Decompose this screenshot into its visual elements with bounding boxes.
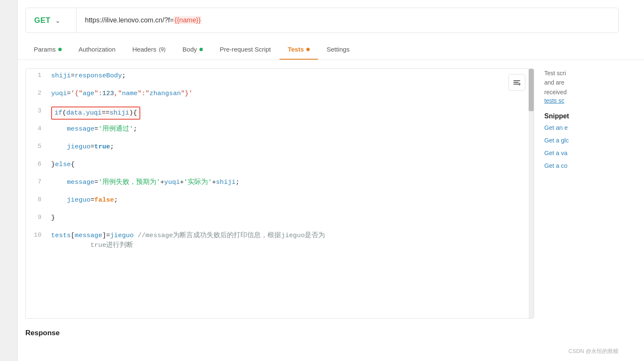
- code-format-button[interactable]: [508, 74, 525, 91]
- line-number-1: 1: [26, 71, 49, 79]
- table-row: 4 message='用例通过';: [26, 122, 534, 140]
- line-content-10: tests[message]=jieguo //message为断言成功失败后的…: [49, 231, 534, 251]
- tab-headers[interactable]: Headers (9): [124, 41, 174, 60]
- table-row: 5 jieguo=true;: [26, 140, 534, 158]
- scrollbar-thumb[interactable]: [529, 69, 534, 111]
- response-title: Response: [25, 329, 619, 337]
- tests-script-link[interactable]: tests sc: [544, 97, 564, 104]
- tab-body[interactable]: Body: [174, 41, 211, 60]
- tab-pre-request-script[interactable]: Pre-request Script: [211, 41, 279, 60]
- left-sidebar-strip: [0, 0, 18, 361]
- line-content-2: yuqi='{"age":123,"name":"zhangsan"}': [49, 89, 534, 98]
- right-panel-desc3: received: [544, 88, 619, 97]
- code-editor[interactable]: 1 shiji=responseBody; 2 yuqi='{"age":123…: [25, 68, 534, 319]
- method-selector[interactable]: GET ⌄: [26, 8, 76, 33]
- table-row: 7 message='用例失败，预期为'+yuqi+'实际为'+shiji;: [26, 175, 534, 193]
- line-number-3: 3: [26, 107, 49, 115]
- tab-tests[interactable]: Tests: [279, 41, 318, 60]
- url-template-var: {{name}}: [174, 16, 201, 24]
- line-content-3: if(data.yuqi==shiji){: [49, 107, 534, 120]
- line-number-5: 5: [26, 142, 49, 150]
- line-number-9: 9: [26, 213, 49, 221]
- url-input[interactable]: https://ilive.lenovo.com.cn/?f={{name}}: [76, 16, 618, 24]
- line-number-6: 6: [26, 160, 49, 168]
- line-content-1: shiji=responseBody;: [49, 71, 534, 81]
- table-row: 10 tests[message]=jieguo //message为断言成功失…: [26, 229, 534, 253]
- table-row: 3 if(data.yuqi==shiji){: [26, 104, 534, 122]
- tab-authorization[interactable]: Authorization: [70, 41, 124, 60]
- line-number-10: 10: [26, 231, 49, 239]
- format-icon: [513, 78, 521, 87]
- svg-rect-0: [513, 80, 520, 81]
- tab-body-label: Body: [183, 46, 197, 53]
- tab-authorization-label: Authorization: [79, 46, 116, 53]
- table-row: 8 jieguo=false;: [26, 193, 534, 211]
- response-section: Response: [0, 319, 644, 342]
- main-content: 1 shiji=responseBody; 2 yuqi='{"age":123…: [0, 60, 644, 319]
- url-bar: GET ⌄ https://ilive.lenovo.com.cn/?f={{n…: [25, 8, 619, 33]
- line-content-4: message='用例通过';: [49, 124, 534, 134]
- tab-settings[interactable]: Settings: [318, 41, 358, 60]
- tab-settings-label: Settings: [327, 46, 349, 53]
- right-panel: Test scri and are received tests sc Snip…: [534, 68, 619, 319]
- table-row: 9 }: [26, 211, 534, 229]
- svg-rect-1: [513, 82, 518, 83]
- footer: CSDN @永恒的救赎: [0, 342, 644, 361]
- tab-pre-request-label: Pre-request Script: [220, 46, 271, 53]
- headers-badge: (9): [159, 46, 166, 52]
- params-dot: [58, 48, 62, 51]
- tabs-bar: Params Authorization Headers (9) Body Pr…: [0, 41, 644, 60]
- line-content-9: }: [49, 213, 534, 223]
- line-content-7: message='用例失败，预期为'+yuqi+'实际为'+shiji;: [49, 178, 534, 187]
- method-label: GET: [34, 16, 51, 25]
- line-content-6: }else{: [49, 160, 534, 170]
- tests-dot: [306, 48, 310, 51]
- scrollbar-track[interactable]: [529, 69, 534, 318]
- line-number-2: 2: [26, 89, 49, 97]
- svg-rect-2: [513, 84, 519, 85]
- tab-headers-label: Headers: [132, 46, 156, 53]
- code-lines: 1 shiji=responseBody; 2 yuqi='{"age":123…: [26, 69, 534, 253]
- snippet-link-4[interactable]: Get a co: [544, 162, 619, 169]
- snippet-link-1[interactable]: Get an e: [544, 124, 619, 131]
- tab-params[interactable]: Params: [25, 41, 70, 60]
- tab-params-label: Params: [34, 46, 56, 53]
- tab-tests-label: Tests: [288, 46, 304, 53]
- right-panel-desc1: Test scri: [544, 68, 619, 78]
- snippet-link-3[interactable]: Get a va: [544, 150, 619, 156]
- table-row: 2 yuqi='{"age":123,"name":"zhangsan"}': [26, 87, 534, 104]
- app-container: GET ⌄ https://ilive.lenovo.com.cn/?f={{n…: [0, 0, 644, 361]
- line-content-5: jieguo=true;: [49, 142, 534, 152]
- line-number-8: 8: [26, 195, 49, 203]
- right-panel-desc2: and are: [544, 78, 619, 87]
- line-content-8: jieguo=false;: [49, 195, 534, 205]
- snippets-title: Snippet: [544, 112, 619, 120]
- body-dot: [199, 48, 203, 51]
- footer-text: CSDN @永恒的救赎: [568, 348, 619, 354]
- url-static-part: https://ilive.lenovo.com.cn/?f=: [85, 16, 174, 24]
- line-number-7: 7: [26, 178, 49, 186]
- snippet-link-2[interactable]: Get a glc: [544, 137, 619, 144]
- table-row: 1 shiji=responseBody;: [26, 69, 534, 87]
- chevron-down-icon: ⌄: [55, 16, 60, 25]
- table-row: 6 }else{: [26, 158, 534, 175]
- line-number-4: 4: [26, 124, 49, 132]
